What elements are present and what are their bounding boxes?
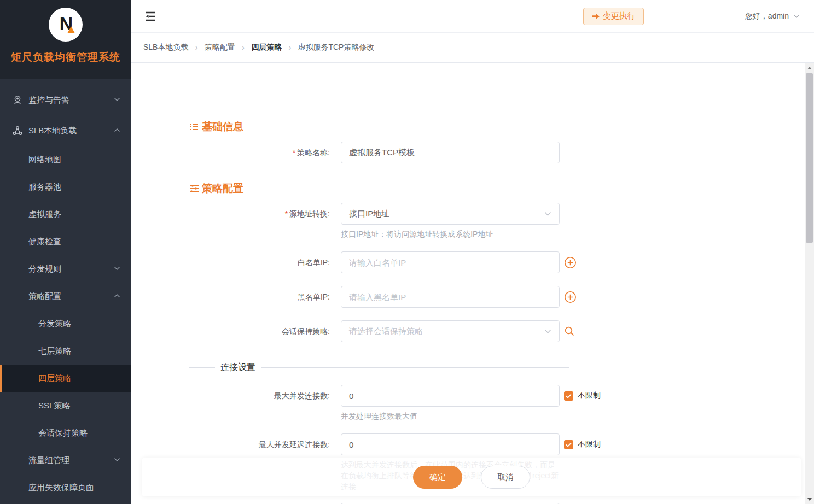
- app-logo: N: [49, 8, 83, 42]
- user-menu[interactable]: 您好，admin: [745, 11, 800, 21]
- plus-circle-icon: [564, 256, 577, 269]
- section-title-text: 策略配置: [202, 181, 243, 196]
- section-basic-info: 基础信息: [189, 120, 805, 134]
- whitelist-add-button[interactable]: [564, 251, 577, 273]
- sidebar-item-traffic-group[interactable]: 流量组管理: [0, 447, 131, 474]
- form-content: 基础信息 *策略名称: 策略配置 *源地址转换:: [131, 63, 805, 504]
- main-area: 变更执行 您好，admin SLB本地负载 策略配置 四层策略 虚拟服务TCP策…: [131, 0, 814, 504]
- connection-settings-divider: 连接设置: [189, 362, 569, 373]
- sidebar-item-session-persist-policy[interactable]: 会话保持策略: [0, 419, 131, 447]
- chevron-down-icon: [544, 329, 551, 334]
- app-title: 矩尺负载均衡管理系统: [0, 50, 131, 65]
- confirm-button[interactable]: 确定: [413, 466, 462, 489]
- sidebar-item-label: 策略配置: [28, 291, 61, 302]
- max-delay-conn-unlimited-checkbox[interactable]: [564, 440, 573, 449]
- check-icon: [566, 394, 572, 398]
- sidebar-item-label: 健康检查: [28, 237, 61, 247]
- cancel-button[interactable]: 取消: [481, 466, 530, 489]
- blacklist-add-button[interactable]: [564, 286, 577, 308]
- chevron-down-icon: [114, 266, 120, 271]
- snat-select[interactable]: 接口IP地址: [341, 203, 560, 225]
- user-greeting: 您好，admin: [745, 11, 789, 21]
- row-blacklist: 黑名单IP:: [131, 286, 805, 308]
- sidebar-item-policy-config[interactable]: 策略配置: [0, 283, 131, 310]
- section-policy-config: 策略配置: [189, 181, 805, 196]
- breadcrumb-separator-icon: [288, 43, 291, 52]
- sidebar-item-label: 四层策略: [38, 373, 71, 384]
- sidebar: N 矩尺负载均衡管理系统 监控与告警 SLB本地负载 网络地图 服务器池: [0, 0, 131, 504]
- search-icon: [564, 326, 575, 337]
- divider-line: [189, 367, 215, 368]
- plus-circle-icon: [564, 291, 577, 303]
- divider-line: [261, 367, 569, 368]
- session-persist-placeholder: 请选择会话保持策略: [349, 326, 423, 337]
- logo-triangle-icon: [67, 26, 75, 33]
- sidebar-item-label: 监控与告警: [28, 95, 69, 106]
- checkbox-label: 不限制: [578, 439, 601, 449]
- brand-block: N 矩尺负载均衡管理系统: [0, 0, 131, 79]
- chevron-up-icon: [114, 294, 120, 298]
- field-label: 最大并发连接数:: [131, 385, 341, 421]
- whitelist-ip-input[interactable]: [341, 251, 560, 273]
- session-persist-search-button[interactable]: [564, 320, 575, 342]
- field-label: 黑名单IP:: [131, 286, 341, 308]
- sidebar-item-slb-local[interactable]: SLB本地负载: [0, 115, 131, 146]
- sidebar-item-virtual-service[interactable]: 虚拟服务: [0, 201, 131, 228]
- required-mark: *: [285, 209, 288, 218]
- sidebar-item-label: 网络地图: [28, 155, 61, 165]
- snat-help-text: 接口IP地址：将访问源地址转换成系统IP地址: [341, 228, 560, 239]
- sidebar-item-l7-policy[interactable]: 七层策略: [0, 337, 131, 365]
- sidebar-item-label: 虚拟服务: [28, 209, 61, 220]
- checkbox-label: 不限制: [578, 391, 601, 401]
- row-max-conn: 最大并发连接数: 并发处理连接数最大值 不限制: [131, 385, 805, 421]
- change-exec-label: 变更执行: [603, 11, 636, 21]
- sidebar-item-health-check[interactable]: 健康检查: [0, 228, 131, 255]
- chevron-down-icon: [114, 458, 120, 462]
- breadcrumb-item-current-section[interactable]: 四层策略: [251, 43, 282, 52]
- sidebar-item-label: SLB本地负载: [28, 126, 77, 136]
- list-icon: [189, 121, 200, 132]
- sidebar-item-label: 分发策略: [38, 319, 71, 329]
- policy-name-input[interactable]: [341, 142, 560, 163]
- change-exec-button[interactable]: 变更执行: [583, 8, 644, 25]
- breadcrumb-separator-icon: [242, 43, 245, 52]
- sidebar-item-monitor-alerts[interactable]: 监控与告警: [0, 85, 131, 115]
- chevron-down-icon: [793, 14, 800, 19]
- sidebar-item-label: 服务器池: [28, 182, 61, 192]
- sidebar-item-l4-policy[interactable]: 四层策略: [0, 365, 131, 392]
- connection-settings-title: 连接设置: [215, 362, 261, 373]
- session-persist-select[interactable]: 请选择会话保持策略: [341, 320, 560, 342]
- sidebar-item-server-pool[interactable]: 服务器池: [0, 173, 131, 201]
- sidebar-item-network-map[interactable]: 网络地图: [0, 146, 131, 173]
- snat-select-value: 接口IP地址: [349, 209, 389, 219]
- scrollbar-down-arrow-icon[interactable]: [805, 495, 814, 504]
- field-label: *源地址转换:: [131, 203, 341, 239]
- sidebar-item-label: 七层策略: [38, 346, 71, 356]
- scrollbar-up-arrow-icon[interactable]: [805, 63, 814, 73]
- row-session-persist: 会话保持策略: 请选择会话保持策略: [131, 320, 805, 342]
- top-bar: 变更执行 您好，admin: [131, 0, 814, 33]
- sidebar-item-app-failover-page[interactable]: 应用失效保障页面: [0, 474, 131, 501]
- monitor-icon: [12, 95, 23, 106]
- max-delay-conn-input[interactable]: [341, 433, 560, 455]
- sidebar-collapse-icon[interactable]: [143, 9, 158, 24]
- blacklist-ip-input[interactable]: [341, 286, 560, 308]
- max-conn-input[interactable]: [341, 385, 560, 407]
- form-action-bar: 确定 取消: [142, 458, 801, 496]
- sidebar-menu: 监控与告警 SLB本地负载 网络地图 服务器池 虚拟服务 健康检查 分发规则: [0, 79, 131, 501]
- chevron-down-icon: [114, 97, 120, 102]
- breadcrumb-item[interactable]: 策略配置: [205, 43, 235, 52]
- sidebar-item-dispatch-policy[interactable]: 分发策略: [0, 310, 131, 337]
- scrollbar-thumb[interactable]: [806, 73, 813, 243]
- row-whitelist: 白名单IP:: [131, 251, 805, 273]
- sidebar-item-dispatch-rules[interactable]: 分发规则: [0, 255, 131, 283]
- max-conn-unlimited-checkbox[interactable]: [564, 391, 573, 401]
- sidebar-item-ssl-policy[interactable]: SSL策略: [0, 392, 131, 419]
- section-title-text: 基础信息: [202, 120, 243, 134]
- sidebar-item-label: 应用失效保障页面: [28, 483, 94, 493]
- max-conn-help-text: 并发处理连接数最大值: [341, 411, 560, 421]
- breadcrumb-item[interactable]: SLB本地负载: [143, 43, 188, 52]
- chevron-up-icon: [114, 128, 120, 132]
- field-label: 白名单IP:: [131, 251, 341, 273]
- row-snat: *源地址转换: 接口IP地址 接口IP地址：将访问源地址转换成系统IP地址: [131, 203, 805, 239]
